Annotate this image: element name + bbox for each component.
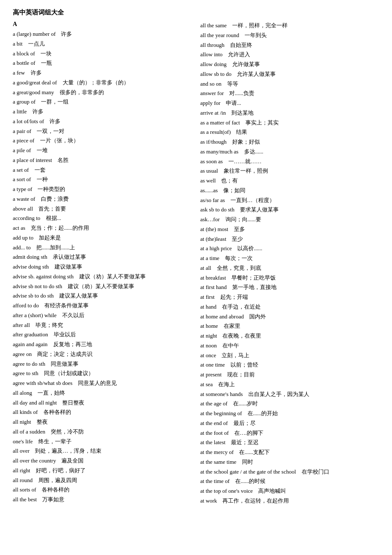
list-item: above all 首先；首要 (13, 204, 192, 214)
entry-chinese: 一直，始终 (37, 390, 65, 396)
left-entries: a (large) number of 许多a bit 一点儿a block o… (13, 29, 192, 505)
entry-english: after graduation (13, 331, 48, 338)
entry-english: at the mercy of (200, 449, 233, 455)
entry-english: agree to sth (13, 370, 38, 376)
entry-chinese: 一片（张，块） (40, 137, 79, 144)
list-item: arrive at /in 到达某地 (200, 108, 379, 118)
list-item: at the age of 在......岁时 (200, 399, 379, 409)
entry-chinese: 在夜晚，在夜里 (222, 332, 261, 339)
entry-english: a good/great deal of (13, 79, 57, 86)
left-column: A a (large) number of 许多a bit 一点儿a block… (13, 21, 196, 506)
entry-chinese: 再工作，在运转，在起作用 (222, 497, 289, 504)
entry-chinese: 一点儿 (28, 40, 45, 47)
right-entries: all the same 一样，照样，完全一样all the year roun… (200, 21, 379, 506)
entry-chinese: 有经济条件做某事 (44, 302, 89, 309)
entry-english: as many/much as (200, 148, 239, 155)
list-item: a little 许多 (13, 107, 192, 117)
entry-chinese: 终生，一辈子 (38, 438, 72, 445)
entry-chinese: 至多 (234, 226, 245, 232)
entry-english: advise sb. against doing sth (13, 273, 74, 280)
entry-english: at the same time (200, 459, 236, 465)
list-item: at the latest 最近；至迟 (200, 438, 379, 448)
entry-chinese: 在家里 (224, 323, 240, 329)
entry-english: at (the) most (200, 226, 228, 232)
list-item: all of a sudden 突然，冷不防 (13, 427, 192, 437)
list-item: afford to do 有经济条件做某事 (13, 301, 192, 311)
entry-chinese: 出自某人之手，因为某人 (248, 391, 309, 397)
entry-chinese: 自始至终 (230, 42, 252, 48)
entry-chinese: 允许某人做某事 (237, 71, 276, 77)
list-item: all the best 万事如意 (13, 495, 192, 505)
entry-chinese: 同意（计划或建议） (44, 370, 94, 376)
entry-chinese: 一年到头 (245, 32, 267, 38)
list-item: a waste of 白费；浪费 (13, 194, 192, 204)
list-item: a place of interest 名胜 (13, 156, 192, 165)
entry-english: a pile of (13, 147, 31, 153)
list-item: all over the country 遍及全国 (13, 456, 192, 466)
list-item: at (the)least 至少 (200, 234, 379, 244)
entry-chinese: 很多的，非常多的 (60, 89, 104, 95)
entry-english: allow into (200, 51, 222, 58)
entry-english: at the top of one's voice (200, 488, 253, 494)
list-item: add up to 加起来是 (13, 233, 192, 243)
entry-chinese: 以高价...... (237, 245, 262, 251)
entry-english: add up to (13, 234, 33, 241)
entry-english: a type of (13, 186, 32, 192)
list-item: at once 立刻，马上 (200, 351, 379, 361)
list-item: as soon as 一……就…… (200, 157, 379, 167)
list-item: allow into 允许进入 (200, 50, 379, 60)
list-item: a good/great deal of 大量（的）；非常多（的） (13, 78, 192, 88)
entry-chinese: 同时 (242, 459, 253, 465)
entry-chinese: 等等 (227, 81, 238, 87)
entry-chinese: 立刻，马上 (222, 352, 249, 358)
entry-chinese: 要求某人做某事 (240, 206, 279, 213)
list-item: at home 在家里 (200, 321, 379, 331)
entry-english: at first (200, 294, 215, 300)
entry-english: allow doing (200, 61, 227, 67)
list-item: a few 许多 (13, 68, 192, 78)
entry-english: a group of (13, 98, 35, 105)
entry-chinese: 到处，遍及…，浑身，结束 (35, 448, 101, 454)
list-item: one's life 终生，一辈子 (13, 437, 192, 447)
list-item: a block of 一块 (13, 49, 192, 59)
entry-chinese: 一种类型的 (37, 186, 65, 192)
entry-english: at someone's hands (200, 391, 243, 397)
list-item: all through 自始至终 (200, 40, 379, 50)
entry-chinese: 最后；尽 (233, 420, 256, 426)
entry-chinese: 大量（的）；非常多（的） (63, 79, 129, 86)
list-item: add... to 把......加到......上 (13, 243, 192, 253)
entry-english: ask…for (200, 216, 220, 223)
list-item: a set of 一套 (13, 165, 192, 175)
list-item: at the foot of 在….的脚下 (200, 428, 379, 438)
entry-english: as a matter of fact (200, 119, 240, 126)
entry-english: a few (13, 69, 25, 76)
list-item: apply for 申请... (200, 98, 379, 108)
list-item: as a result(of) 结果 (200, 127, 379, 137)
entry-english: as......as (200, 187, 218, 194)
entry-english: all through (200, 42, 225, 48)
entry-chinese: 承认做过某事 (53, 254, 86, 260)
entry-english: at a high price (200, 245, 232, 251)
entry-english: advise sb not to do sth (13, 283, 62, 289)
entry-english: agree to do sth (13, 361, 45, 367)
list-item: at a high price 以高价...... (200, 244, 379, 254)
list-item: at night 在夜晚，在夜里 (200, 331, 379, 341)
entry-chinese: 同意做某事 (51, 361, 78, 367)
page-title: 高中英语词组大全 (13, 9, 379, 17)
list-item: agree with sb/what sb does 同意某人的意见 (13, 379, 192, 388)
entry-chinese: 突然，冷不防 (51, 428, 84, 435)
list-item: at the mercy of 在......支配下 (200, 448, 379, 457)
list-item: at the end of 最后；尽 (200, 419, 379, 428)
list-item: as......as 像；如同 (200, 186, 379, 196)
entry-english: a piece of (13, 137, 35, 144)
list-item: at the time of 在......的时候 (200, 477, 379, 486)
entry-english: all over the country (13, 457, 56, 464)
entry-chinese: 同意某人的意见 (78, 380, 117, 386)
list-item: a great/good many 很多的，非常多的 (13, 88, 192, 98)
entry-chinese: 把......加到......上 (36, 244, 75, 251)
entry-english: at the age of (200, 400, 228, 407)
entry-chinese: 对......负责 (229, 90, 254, 96)
entry-english: a great/good many (13, 89, 54, 95)
list-item: all over 到处，遍及…，浑身，结束 (13, 446, 192, 456)
entry-chinese: 现在；目前 (227, 371, 255, 378)
